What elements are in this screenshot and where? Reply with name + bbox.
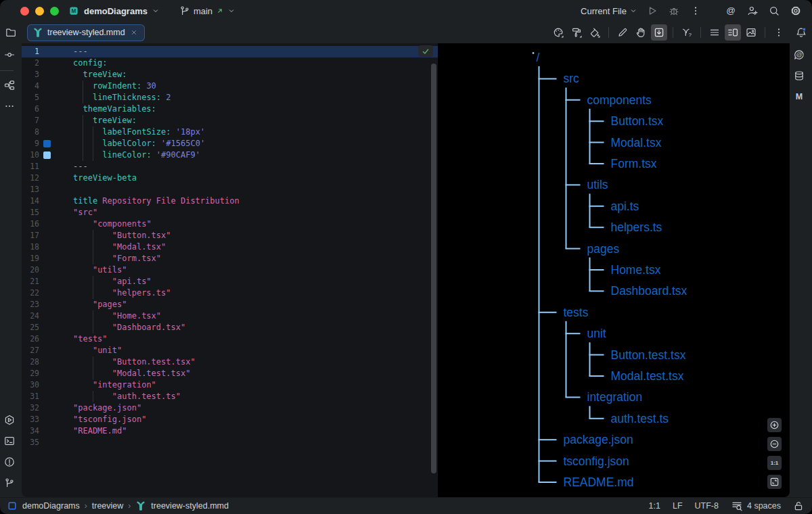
code-line-29[interactable]: "Modal.test.tsx" xyxy=(53,368,438,379)
color-swatch[interactable] xyxy=(43,151,51,159)
minimize-window-button[interactable] xyxy=(35,7,44,16)
branch-name: main xyxy=(194,6,212,16)
palette-icon[interactable] xyxy=(550,24,566,41)
code-line-35[interactable] xyxy=(53,437,438,448)
add-user-icon[interactable] xyxy=(744,3,761,19)
code-line-19[interactable]: "Form.tsx" xyxy=(53,253,438,264)
branch-widget[interactable]: main xyxy=(176,1,238,21)
more-horizontal-icon[interactable] xyxy=(0,97,19,116)
code-area[interactable]: ---config: treeView: rowIndent: 30 lineT… xyxy=(53,46,438,497)
code-line-25[interactable]: "Dashboard.tsx" xyxy=(53,322,438,333)
code-line-28[interactable]: "Button.test.tsx" xyxy=(53,356,438,368)
code-line-20[interactable]: "utils" xyxy=(53,264,438,276)
run-configuration-selector[interactable]: Current File xyxy=(581,3,637,19)
code-line-34[interactable]: "README.md" xyxy=(53,425,438,437)
more-vertical-icon[interactable] xyxy=(771,24,787,41)
code-line-27[interactable]: "unit" xyxy=(53,345,438,356)
breadcrumb-folder[interactable]: treeview xyxy=(92,501,124,511)
code-line-7[interactable]: treeView: xyxy=(53,115,438,126)
terminal-icon[interactable] xyxy=(0,431,19,450)
code-line-6[interactable]: themeVariables: xyxy=(53,103,438,115)
database-icon[interactable] xyxy=(790,66,809,85)
ai-chat-icon[interactable]: @ xyxy=(790,45,809,64)
gutter-line-29: 29 xyxy=(22,368,53,379)
split-view-icon[interactable] xyxy=(725,24,741,41)
project-folder-icon[interactable] xyxy=(3,24,19,41)
line-separator[interactable]: LF xyxy=(673,501,683,511)
roller-icon[interactable] xyxy=(568,24,585,41)
close-tab-icon[interactable] xyxy=(129,27,139,38)
pencil-icon[interactable] xyxy=(614,24,631,41)
code-line-33[interactable]: "tsconfig.json" xyxy=(53,414,438,425)
ai-assistant-icon[interactable]: @ xyxy=(723,3,739,19)
inspections-icon[interactable] xyxy=(731,500,743,512)
tree-node-label: Modal.test.tsx xyxy=(611,369,684,383)
code-line-10[interactable]: lineColor: '#90CAF9' xyxy=(53,149,438,161)
code-line-32[interactable]: "package.json" xyxy=(53,402,438,414)
diagram-preview[interactable]: /srccomponentsButton.tsxModal.tsxForm.ts… xyxy=(438,43,790,497)
fit-content-button[interactable] xyxy=(767,475,782,489)
tree-node-label: Home.tsx xyxy=(611,263,661,277)
code-line-16[interactable]: "components" xyxy=(53,218,438,230)
zoom-out-button[interactable] xyxy=(767,437,782,451)
code-line-14[interactable]: title Repository File Distribution xyxy=(53,195,438,207)
code-line-1[interactable]: --- xyxy=(53,46,438,57)
code-line-22[interactable]: "helpers.ts" xyxy=(53,287,438,299)
code-line-18[interactable]: "Modal.tsx" xyxy=(53,241,438,253)
code-line-4[interactable]: rowIndent: 30 xyxy=(53,80,438,92)
hand-icon[interactable] xyxy=(633,24,649,41)
window-controls xyxy=(0,7,59,16)
code-line-31[interactable]: "auth.test.ts" xyxy=(53,391,438,402)
breadcrumb-project[interactable]: demoDiagrams xyxy=(22,501,80,511)
color-swatch[interactable] xyxy=(43,140,51,147)
code-line-11[interactable]: --- xyxy=(53,161,438,172)
close-window-button[interactable] xyxy=(20,7,29,16)
code-line-13[interactable] xyxy=(53,184,438,195)
code-editor[interactable]: 1234567891011121314151617181920212223242… xyxy=(22,43,438,497)
git-branch-icon[interactable] xyxy=(0,473,19,492)
code-line-12[interactable]: treeView-beta xyxy=(53,172,438,184)
code-line-21[interactable]: "api.ts" xyxy=(53,276,438,287)
unlock-icon[interactable] xyxy=(793,500,804,512)
problems-icon[interactable] xyxy=(0,452,19,471)
code-line-15[interactable]: "src" xyxy=(53,207,438,218)
actual-size-button[interactable]: 1:1 xyxy=(767,456,782,470)
tool-window-indicator-icon[interactable] xyxy=(7,500,18,511)
code-line-3[interactable]: treeView: xyxy=(53,69,438,80)
code-line-8[interactable]: labelFontSize: '18px' xyxy=(53,126,438,138)
code-line-24[interactable]: "Home.tsx" xyxy=(53,310,438,322)
more-vertical-icon[interactable] xyxy=(687,3,704,19)
code-line-23[interactable]: "pages" xyxy=(53,299,438,310)
run-icon[interactable] xyxy=(644,3,660,19)
settings-icon[interactable] xyxy=(788,3,804,19)
zoom-window-button[interactable] xyxy=(50,7,59,16)
structure-icon[interactable] xyxy=(0,76,19,95)
tree-node-label: api.ts xyxy=(611,200,639,213)
project-widget[interactable]: M demoDiagrams xyxy=(65,1,162,21)
preview-only-icon[interactable] xyxy=(743,24,759,41)
code-line-9[interactable]: labelColor: '#1565C0' xyxy=(53,138,438,149)
zoom-in-button[interactable] xyxy=(767,418,782,432)
commit-icon[interactable] xyxy=(0,45,19,64)
bucket-icon[interactable] xyxy=(587,24,603,41)
code-line-2[interactable]: config: xyxy=(53,57,438,69)
breadcrumb-file[interactable]: treeview-styled.mmd xyxy=(151,501,229,511)
code-line-26[interactable]: "tests" xyxy=(53,333,438,345)
mermaid-icon[interactable]: M xyxy=(790,87,809,106)
indent-setting[interactable]: 4 spaces xyxy=(747,501,781,511)
code-line-30[interactable]: "integration" xyxy=(53,379,438,391)
mermaid-help-icon[interactable]: ? xyxy=(679,24,695,41)
search-icon[interactable] xyxy=(766,3,782,19)
tab-treeview-styled-mmd[interactable]: treeview-styled.mmd xyxy=(27,24,145,41)
inspections-widget[interactable] xyxy=(418,45,433,57)
services-icon[interactable] xyxy=(0,411,19,429)
caret-position[interactable]: 1:1 xyxy=(649,501,660,511)
file-encoding[interactable]: UTF-8 xyxy=(695,501,719,511)
source-only-icon[interactable] xyxy=(706,24,723,41)
export-box-icon[interactable] xyxy=(651,24,667,41)
code-line-17[interactable]: "Button.tsx" xyxy=(53,230,438,241)
editor-scrollbar[interactable] xyxy=(431,64,436,473)
debug-icon[interactable] xyxy=(666,3,682,19)
notifications-icon[interactable] xyxy=(793,24,809,41)
code-line-5[interactable]: lineThickness: 2 xyxy=(53,92,438,103)
